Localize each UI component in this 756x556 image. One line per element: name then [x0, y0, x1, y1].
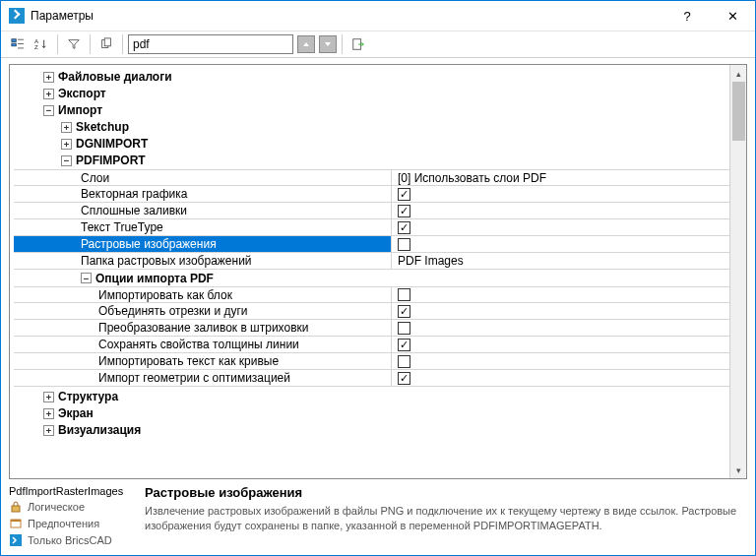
- tree-node-export[interactable]: +Экспорт: [14, 86, 746, 102]
- desc-text: Извлечение растровых изображений в файлы…: [145, 504, 747, 533]
- copy-icon[interactable]: [95, 33, 117, 55]
- close-button[interactable]: ✕: [710, 1, 755, 31]
- checkbox[interactable]: [398, 322, 410, 335]
- prefs-icon: [9, 517, 23, 530]
- export-icon[interactable]: [347, 33, 369, 55]
- svg-text:Z: Z: [34, 43, 38, 50]
- checkbox[interactable]: [398, 339, 410, 351]
- desc-heading: Растровые изображения: [145, 485, 747, 500]
- row-pdf-import-options[interactable]: −Опции импорта PDF: [14, 270, 746, 286]
- titlebar: Параметры ? ✕: [1, 1, 755, 31]
- separator: [122, 34, 123, 54]
- tree-node-screen[interactable]: +Экран: [14, 405, 746, 422]
- settings-tree[interactable]: +Файловые диалоги +Экспорт −Импорт +Sket…: [10, 65, 746, 443]
- settings-window: Параметры ? ✕ AZ +Файловые диалоги +Эксп…: [0, 0, 756, 556]
- scroll-down-icon[interactable]: ▾: [730, 462, 746, 478]
- tree-node-import[interactable]: −Импорт: [14, 102, 746, 119]
- separator: [90, 34, 91, 54]
- row-geom-optimized[interactable]: Импорт геометрии с оптимизацией: [14, 370, 746, 387]
- scrollbar[interactable]: ▴ ▾: [729, 65, 746, 478]
- svg-rect-10: [12, 506, 20, 512]
- tree-node-structure[interactable]: +Структура: [14, 389, 746, 405]
- checkbox[interactable]: [398, 238, 410, 251]
- categorized-icon[interactable]: [7, 33, 29, 55]
- row-lineweight[interactable]: Сохранять свойства толщины линии: [14, 337, 746, 353]
- footer-description: Растровые изображения Извлечение растров…: [145, 485, 747, 547]
- row-truetype-text[interactable]: Текст TrueType: [14, 219, 746, 236]
- row-join-segments[interactable]: Объединять отрезки и дуги: [14, 303, 746, 320]
- checkbox[interactable]: [398, 305, 410, 318]
- search-input[interactable]: [128, 34, 293, 54]
- tree-node-pdfimport[interactable]: −PDFIMPORT: [14, 153, 746, 169]
- tree-panel: +Файловые диалоги +Экспорт −Импорт +Sket…: [9, 64, 747, 479]
- tree-node-sketchup[interactable]: +Sketchup: [14, 119, 746, 136]
- separator: [57, 34, 58, 54]
- separator: [342, 34, 343, 54]
- checkbox[interactable]: [398, 205, 410, 217]
- svg-rect-0: [12, 39, 16, 42]
- footer: PdfImportRasterImages Логическое Предпоч…: [9, 485, 747, 547]
- bricscad-icon: [9, 533, 23, 547]
- checkbox[interactable]: [398, 372, 410, 385]
- svg-rect-4: [18, 48, 24, 49]
- toolbar: AZ: [1, 31, 755, 58]
- window-title: Параметры: [31, 9, 664, 23]
- row-raster-images[interactable]: Растровые изображения: [14, 236, 746, 253]
- tree-node-dgnimport[interactable]: +DGNIMPORT: [14, 136, 746, 153]
- checkbox[interactable]: [398, 355, 410, 368]
- meta-bricscad: Только BricsCAD: [9, 533, 145, 547]
- row-import-as-block[interactable]: Импортировать как блок: [14, 286, 746, 303]
- row-raster-folder[interactable]: Папка растровых изображений PDF Images: [14, 253, 746, 270]
- checkbox[interactable]: [398, 221, 410, 234]
- tree-node-file-dialogs[interactable]: +Файловые диалоги: [14, 69, 746, 86]
- row-layers[interactable]: Слои [0] Использовать слои PDF: [14, 169, 746, 186]
- tree-node-visualization[interactable]: +Визуализация: [14, 422, 746, 439]
- row-fill-to-hatch[interactable]: Преобразование заливок в штриховки: [14, 320, 746, 337]
- checkbox[interactable]: [398, 188, 410, 201]
- meta-prefs: Предпочтения: [9, 517, 145, 530]
- app-icon: [9, 8, 25, 24]
- content: +Файловые диалоги +Экспорт −Импорт +Sket…: [1, 58, 755, 555]
- row-text-as-curves[interactable]: Импортировать текст как кривые: [14, 353, 746, 370]
- row-solid-fills[interactable]: Сплошные заливки: [14, 203, 746, 219]
- svg-rect-1: [12, 43, 16, 46]
- footer-meta: PdfImportRasterImages Логическое Предпоч…: [9, 485, 145, 547]
- checkbox[interactable]: [398, 288, 410, 301]
- lock-icon: [9, 500, 23, 514]
- svg-rect-12: [11, 520, 21, 522]
- svg-rect-3: [18, 43, 24, 44]
- filter-icon[interactable]: [63, 33, 85, 55]
- svg-rect-2: [18, 39, 24, 40]
- meta-logical: Логическое: [9, 500, 145, 514]
- scroll-up-icon[interactable]: ▴: [730, 65, 746, 82]
- search-next-button[interactable]: [319, 35, 337, 53]
- property-name: PdfImportRasterImages: [9, 485, 145, 497]
- help-button[interactable]: ?: [664, 1, 710, 31]
- alphabetical-icon[interactable]: AZ: [31, 33, 52, 55]
- row-vector-graphics[interactable]: Векторная графика: [14, 186, 746, 203]
- svg-rect-8: [104, 38, 110, 46]
- scroll-thumb[interactable]: [732, 82, 745, 141]
- search-prev-button[interactable]: [297, 35, 315, 53]
